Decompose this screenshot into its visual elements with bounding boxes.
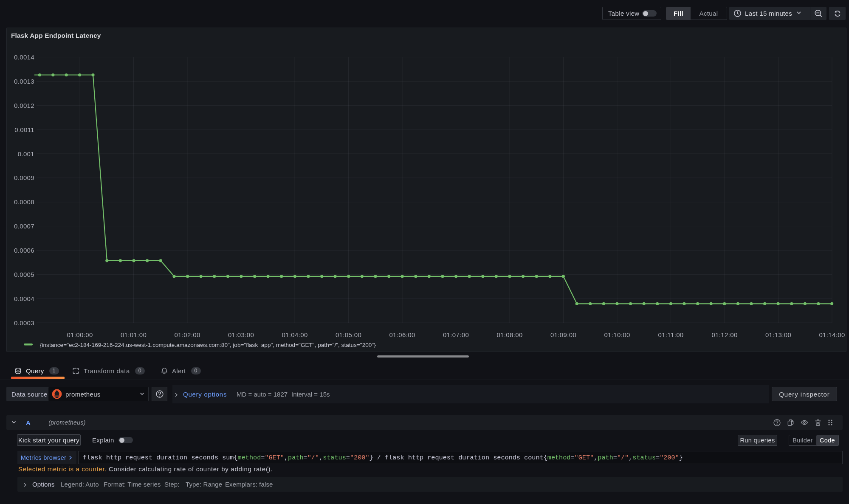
svg-text:0.001: 0.001 <box>18 150 34 158</box>
svg-text:0.0005: 0.0005 <box>14 271 34 278</box>
svg-text:0.0004: 0.0004 <box>14 295 34 302</box>
svg-text:01:14:00: 01:14:00 <box>819 331 845 338</box>
svg-text:0.0014: 0.0014 <box>14 53 34 61</box>
svg-text:01:07:00: 01:07:00 <box>443 331 469 338</box>
svg-text:01:03:00: 01:03:00 <box>228 331 254 338</box>
svg-text:01:02:00: 01:02:00 <box>174 331 200 338</box>
svg-text:01:13:00: 01:13:00 <box>765 331 791 338</box>
svg-text:0.0009: 0.0009 <box>14 174 34 181</box>
svg-text:01:04:00: 01:04:00 <box>282 331 307 338</box>
svg-text:01:06:00: 01:06:00 <box>389 331 415 338</box>
svg-text:01:08:00: 01:08:00 <box>496 331 522 338</box>
svg-text:0.0006: 0.0006 <box>14 247 34 254</box>
svg-text:0.0007: 0.0007 <box>14 222 34 230</box>
svg-text:01:05:00: 01:05:00 <box>336 331 361 338</box>
svg-text:01:01:00: 01:01:00 <box>121 331 147 338</box>
svg-text:0.0011: 0.0011 <box>14 126 34 133</box>
svg-text:01:11:00: 01:11:00 <box>658 331 683 338</box>
svg-text:01:10:00: 01:10:00 <box>604 331 630 338</box>
svg-text:01:09:00: 01:09:00 <box>550 331 576 338</box>
svg-text:01:12:00: 01:12:00 <box>711 331 737 338</box>
svg-text:0.0003: 0.0003 <box>14 319 34 327</box>
svg-text:0.0008: 0.0008 <box>14 198 34 206</box>
svg-text:01:00:00: 01:00:00 <box>67 331 93 338</box>
svg-text:0.0012: 0.0012 <box>14 102 34 109</box>
svg-text:0.0013: 0.0013 <box>14 78 34 85</box>
svg-text:{instance="ec2-184-169-216-224: {instance="ec2-184-169-216-224.us-west-1… <box>40 342 376 348</box>
